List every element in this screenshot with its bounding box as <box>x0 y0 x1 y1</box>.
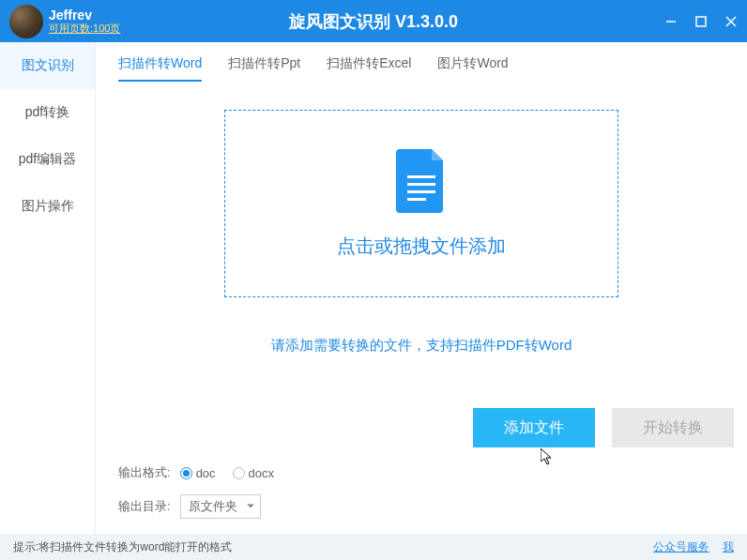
svg-rect-1 <box>696 17 706 26</box>
tab-image-to-word[interactable]: 图片转Word <box>437 55 508 82</box>
hint-text: 请添加需要转换的文件，支持扫描件PDF转Word <box>124 337 719 355</box>
close-button[interactable] <box>724 15 738 28</box>
tab-label: 图片转Word <box>437 55 508 70</box>
sidebar-item-image-ops[interactable]: 图片操作 <box>0 183 95 230</box>
svg-rect-5 <box>407 183 435 186</box>
format-radio-group: doc docx <box>180 466 274 480</box>
radio-label: docx <box>249 466 274 480</box>
add-file-button[interactable]: 添加文件 <box>473 408 595 447</box>
output-format-row: 输出格式: doc docx <box>118 464 724 481</box>
svg-rect-6 <box>407 190 435 193</box>
output-dir-select[interactable]: 原文件夹 <box>180 494 261 519</box>
user-block: Jeffrev 可用页数:100页 <box>49 8 120 36</box>
content-area: 点击或拖拽文件添加 请添加需要转换的文件，支持扫描件PDF转Word <box>96 82 747 391</box>
tabs: 扫描件转Word 扫描件转Ppt 扫描件转Excel 图片转Word <box>96 42 747 82</box>
output-dir-row: 输出目录: 原文件夹 <box>118 494 724 519</box>
sidebar-item-label: pdf编辑器 <box>19 151 76 168</box>
tab-scan-to-word[interactable]: 扫描件转Word <box>118 55 202 82</box>
select-value: 原文件夹 <box>189 499 237 513</box>
app-title: 旋风图文识别 V1.3.0.0 <box>289 10 458 33</box>
sidebar-item-pdf-convert[interactable]: pdf转换 <box>0 89 95 136</box>
status-link-service[interactable]: 公众号服务 <box>653 539 709 555</box>
tab-scan-to-ppt[interactable]: 扫描件转Ppt <box>228 55 300 82</box>
sidebar-item-pdf-editor[interactable]: pdf编辑器 <box>0 136 95 183</box>
svg-rect-4 <box>407 175 435 178</box>
button-label: 添加文件 <box>504 418 564 438</box>
status-tip: 提示:将扫描件文件转换为word能打开的格式 <box>13 539 232 555</box>
radio-docx[interactable]: docx <box>233 466 274 480</box>
start-convert-button[interactable]: 开始转换 <box>612 408 734 447</box>
main-panel: 扫描件转Word 扫描件转Ppt 扫描件转Excel 图片转Word 点击或拖拽… <box>96 42 747 534</box>
radio-icon <box>233 467 245 479</box>
minimize-button[interactable] <box>664 15 678 28</box>
output-format-label: 输出格式: <box>118 464 171 481</box>
sidebar-item-label: 图文识别 <box>22 57 74 74</box>
sidebar-item-ocr[interactable]: 图文识别 <box>0 42 95 89</box>
username: Jeffrev <box>49 8 120 23</box>
dropzone-text: 点击或拖拽文件添加 <box>337 234 506 259</box>
quota-link[interactable]: 可用页数:100页 <box>49 23 120 35</box>
window-controls <box>664 15 738 28</box>
avatar[interactable] <box>9 5 43 38</box>
svg-rect-7 <box>407 198 426 201</box>
sidebar-item-label: 图片操作 <box>22 198 74 215</box>
button-label: 开始转换 <box>643 418 703 438</box>
radio-label: doc <box>196 466 216 480</box>
dropzone[interactable]: 点击或拖拽文件添加 <box>224 110 618 297</box>
action-bar: 添加文件 开始转换 <box>96 391 747 455</box>
statusbar: 提示:将扫描件文件转换为word能打开的格式 公众号服务 我 <box>0 534 747 560</box>
sidebar: 图文识别 pdf转换 pdf编辑器 图片操作 <box>0 42 96 534</box>
maximize-button[interactable] <box>694 15 708 28</box>
status-link-me[interactable]: 我 <box>723 539 734 555</box>
tab-label: 扫描件转Ppt <box>228 55 300 70</box>
tab-scan-to-excel[interactable]: 扫描件转Excel <box>327 55 411 82</box>
sidebar-item-label: pdf转换 <box>25 104 69 121</box>
output-dir-label: 输出目录: <box>118 498 171 515</box>
radio-doc[interactable]: doc <box>180 466 216 480</box>
radio-icon <box>180 467 192 479</box>
tab-label: 扫描件转Word <box>118 55 202 70</box>
tab-label: 扫描件转Excel <box>327 55 411 70</box>
options-panel: 输出格式: doc docx 输出目录: 原文件夹 <box>96 455 747 534</box>
titlebar: Jeffrev 可用页数:100页 旋风图文识别 V1.3.0.0 <box>0 0 747 42</box>
document-icon <box>396 149 447 213</box>
